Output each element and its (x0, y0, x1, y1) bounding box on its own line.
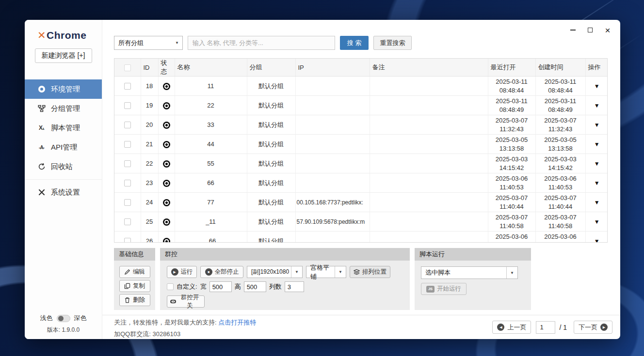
row-remark (370, 232, 488, 243)
row-checkbox[interactable] (124, 83, 131, 90)
close-button[interactable]: × (599, 23, 616, 37)
row-name: 77 (175, 193, 247, 212)
row-last-open: 2025-03-11 08:48:49 (488, 96, 535, 115)
page-total-label: / 1 (559, 324, 567, 331)
sidebar-item-settings[interactable]: 系统设置 (25, 183, 102, 202)
script-select[interactable]: 选中脚本 ▼ (421, 266, 518, 279)
row-actions-button[interactable]: ▼ (591, 82, 603, 91)
environment-icon (37, 85, 46, 93)
row-checkbox[interactable] (124, 122, 131, 128)
search-button[interactable]: 搜 索 (340, 36, 369, 50)
col-header-id: ID (141, 59, 158, 77)
height-input[interactable] (244, 281, 266, 292)
sidebar-menu: 环境管理 分组管理 X₁ 脚本管理 -A- API管理 回收站 (25, 79, 102, 202)
edit-button[interactable]: 编辑 (119, 266, 150, 278)
columns-input[interactable] (285, 281, 304, 292)
row-actions-button[interactable]: ▼ (591, 159, 603, 168)
row-group: 默认分组 (247, 212, 295, 232)
search-input[interactable] (188, 36, 335, 50)
run-button[interactable]: ▶ 运行 (167, 266, 197, 278)
layout-mode-select[interactable]: 宫格平铺 ▼ (306, 266, 346, 278)
open-twitter-link[interactable]: 点击打开推特 (218, 319, 256, 326)
row-checkbox[interactable] (124, 199, 131, 206)
prev-page-button[interactable]: ◀ 上一页 (492, 321, 531, 334)
script-icon: X₁ (37, 124, 46, 132)
resolution-select[interactable]: [副]1920x1080[\ ▼ (247, 266, 303, 278)
row-checkbox[interactable] (124, 180, 131, 186)
minimize-button[interactable] (564, 23, 581, 37)
status-icon (163, 238, 170, 243)
arrange-position-button[interactable]: 排列位置 (350, 266, 390, 278)
row-ip (295, 115, 370, 135)
next-page-button[interactable]: 下一页 ▶ (574, 321, 612, 334)
sidebar-item-label: 回收站 (51, 162, 73, 171)
row-actions-button[interactable]: ▼ (591, 101, 603, 110)
row-last-open: 2025-03-05 13:13:58 (488, 135, 535, 154)
row-actions-button[interactable]: ▼ (591, 198, 603, 207)
chevron-down-icon: ▼ (506, 267, 517, 279)
columns-label: 列数 (269, 282, 282, 291)
sidebar-item-environment[interactable]: 环境管理 (25, 79, 102, 99)
row-ip (295, 232, 370, 243)
group-filter-select[interactable]: 所有分组 ▼ (114, 36, 183, 50)
group-control-title: 群控 (160, 248, 410, 261)
copy-button[interactable]: 复制 (119, 280, 150, 292)
caret-down-icon: ▼ (594, 199, 600, 206)
groups-icon (37, 105, 46, 113)
theme-toggle[interactable] (57, 315, 70, 322)
custom-size-checkbox[interactable] (167, 283, 174, 290)
row-created: 2025-03-06 11:40:53 (535, 232, 585, 243)
group-filter-value: 所有分组 (118, 39, 144, 47)
maximize-button[interactable] (581, 23, 599, 37)
sidebar-item-api[interactable]: -A- API管理 (25, 138, 102, 157)
status-icon (163, 83, 170, 90)
row-actions-button[interactable]: ▼ (591, 140, 603, 149)
row-actions-button[interactable]: ▼ (591, 237, 603, 243)
sidebar-item-scripts[interactable]: X₁ 脚本管理 (25, 118, 102, 138)
stop-icon: ■ (205, 268, 212, 276)
row-ip: 00.105.168:7737:pedtlikx: (295, 193, 370, 212)
row-group: 默认分组 (247, 115, 295, 135)
row-actions-button[interactable]: ▼ (591, 121, 603, 129)
row-checkbox[interactable] (124, 160, 131, 167)
row-checkbox[interactable] (124, 141, 131, 148)
sidebar-item-recycle[interactable]: 回收站 (25, 157, 102, 176)
row-group: 默认分组 (247, 193, 295, 212)
caret-down-icon: ▼ (594, 238, 600, 243)
table-row: 22 55 默认分组 2025-03-03 14:15:42 2025-03-0… (114, 154, 608, 173)
basic-info-panel: 基础信息 编辑 复制 删除 (114, 248, 155, 310)
next-arrow-icon: ▶ (600, 324, 608, 331)
app-logo: ✕Chrome (37, 30, 102, 41)
page-number-input[interactable] (536, 321, 555, 334)
row-checkbox[interactable] (124, 238, 131, 243)
start-run-button[interactable]: JS 开始运行 (421, 283, 467, 295)
row-checkbox[interactable] (124, 218, 131, 225)
row-name: 33 (175, 115, 247, 135)
col-header-status: 状态 (158, 59, 175, 77)
col-header-created: 创建时间 (535, 59, 585, 77)
row-actions-button[interactable]: ▼ (591, 179, 603, 187)
table-row: 20 33 默认分组 2025-03-07 11:32:43 2025-03-0… (114, 115, 608, 135)
delete-button[interactable]: 删除 (119, 294, 150, 306)
row-last-open: 2025-03-07 11:32:43 (488, 115, 535, 135)
width-input[interactable] (209, 281, 232, 292)
row-actions-button[interactable]: ▼ (591, 217, 603, 226)
select-all-checkbox[interactable] (124, 64, 131, 71)
caret-down-icon: ▼ (594, 102, 600, 109)
reset-search-button[interactable]: 重置搜索 (373, 36, 412, 50)
status-icon (163, 160, 170, 168)
toolbar: 所有分组 ▼ 搜 索 重置搜索 (114, 36, 412, 50)
row-remark (370, 173, 488, 193)
row-checkbox[interactable] (124, 102, 131, 109)
group-control-row1: ▶ 运行 ■ 全部停止 [副]1920x1080[\ ▼ 宫格平铺 ▼ (167, 266, 410, 278)
row-last-open: 2025-03-11 08:48:44 (488, 77, 535, 96)
pencil-icon (124, 269, 130, 275)
row-name: _66 (175, 232, 247, 243)
group-control-switch-button[interactable]: 群控开关 (167, 295, 205, 308)
row-name: 22 (175, 96, 247, 115)
row-ip (295, 135, 370, 154)
sidebar-item-groups[interactable]: 分组管理 (25, 99, 102, 118)
stop-all-button[interactable]: ■ 全部停止 (200, 266, 243, 278)
col-header-group: 分组 (247, 59, 295, 77)
new-browser-button[interactable]: 新建浏览器 [+] (35, 48, 92, 63)
